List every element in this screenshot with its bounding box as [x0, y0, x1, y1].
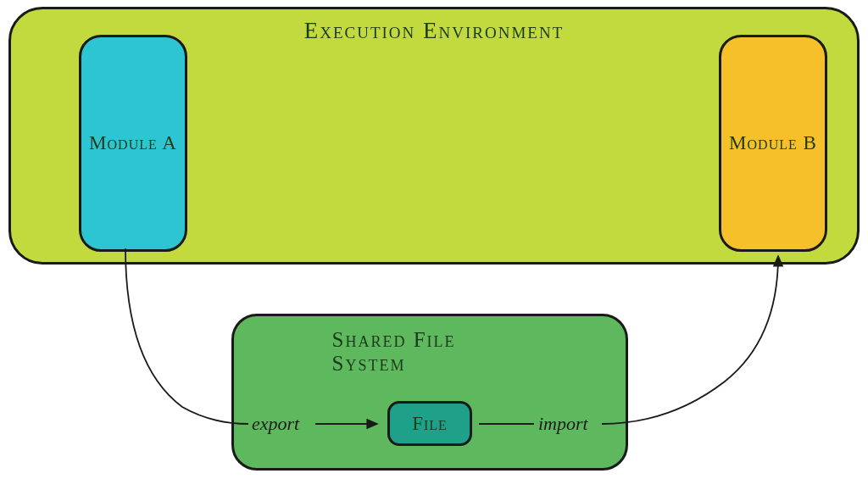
execution-environment-title: Execution Environment: [304, 18, 565, 44]
module-a-label: Module A: [89, 132, 177, 154]
file-system-title: Shared File System: [332, 328, 528, 376]
module-b-label: Module B: [729, 132, 817, 154]
import-label: import: [538, 413, 588, 435]
export-label: export: [252, 413, 299, 435]
module-b-box: Module B: [719, 35, 827, 252]
execution-environment-container: Execution Environment Module A Module B: [8, 7, 860, 265]
module-a-box: Module A: [79, 35, 187, 252]
shared-file-system-container: Shared File System File: [231, 314, 628, 471]
file-box: File: [387, 401, 472, 446]
file-label: File: [412, 413, 448, 435]
